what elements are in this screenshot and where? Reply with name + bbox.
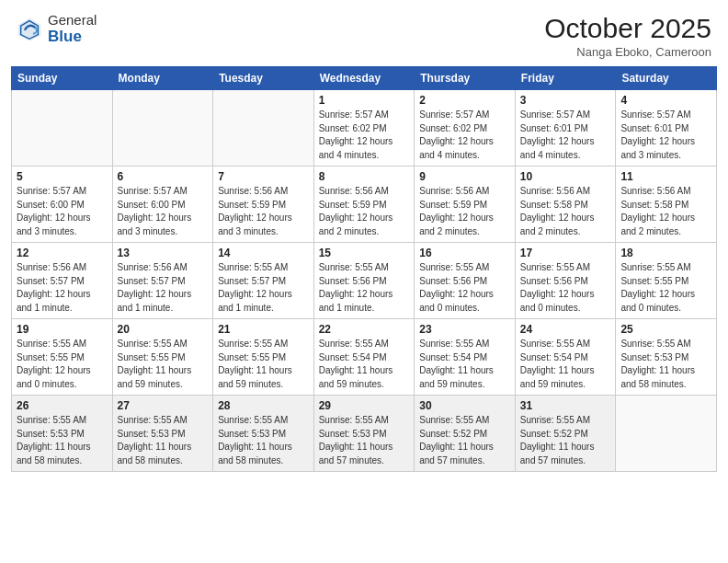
day-number: 19 [17, 323, 108, 336]
table-cell-w0d4: 2Sunrise: 5:57 AM Sunset: 6:02 PM Daylig… [415, 90, 516, 167]
table-cell-w1d0: 5Sunrise: 5:57 AM Sunset: 6:00 PM Daylig… [12, 167, 113, 243]
day-info: Sunrise: 5:56 AM Sunset: 5:59 PM Dayligh… [419, 185, 510, 238]
table-cell-w2d1: 13Sunrise: 5:56 AM Sunset: 5:57 PM Dayli… [112, 243, 213, 319]
day-number: 13 [118, 247, 209, 259]
day-number: 22 [319, 323, 410, 336]
table-cell-w3d4: 23Sunrise: 5:55 AM Sunset: 5:54 PM Dayli… [415, 319, 516, 396]
header-monday: Monday [112, 67, 213, 90]
header-sunday: Sunday [12, 67, 113, 90]
logo-general-text: General [48, 13, 97, 29]
day-number: 27 [118, 399, 209, 412]
day-number: 29 [319, 399, 410, 412]
header-wednesday: Wednesday [313, 67, 415, 90]
table-cell-w0d3: 1Sunrise: 5:57 AM Sunset: 6:02 PM Daylig… [313, 90, 415, 167]
day-info: Sunrise: 5:55 AM Sunset: 5:54 PM Dayligh… [520, 338, 611, 391]
day-number: 18 [620, 247, 711, 259]
day-info: Sunrise: 5:55 AM Sunset: 5:53 PM Dayligh… [319, 414, 410, 467]
table-cell-w2d6: 18Sunrise: 5:55 AM Sunset: 5:55 PM Dayli… [616, 243, 717, 319]
day-info: Sunrise: 5:55 AM Sunset: 5:56 PM Dayligh… [520, 261, 611, 315]
week-row-3: 12Sunrise: 5:56 AM Sunset: 5:57 PM Dayli… [12, 243, 717, 319]
table-cell-w1d6: 11Sunrise: 5:56 AM Sunset: 5:58 PM Dayli… [616, 167, 717, 243]
day-number: 21 [218, 323, 309, 336]
table-cell-w3d5: 24Sunrise: 5:55 AM Sunset: 5:54 PM Dayli… [515, 319, 616, 396]
day-number: 10 [520, 170, 611, 183]
logo: General Blue [17, 13, 97, 45]
day-number: 9 [419, 170, 510, 183]
day-info: Sunrise: 5:55 AM Sunset: 5:52 PM Dayligh… [520, 414, 611, 467]
day-number: 7 [218, 170, 309, 183]
day-info: Sunrise: 5:55 AM Sunset: 5:55 PM Dayligh… [620, 261, 711, 315]
day-number: 25 [620, 323, 711, 336]
table-cell-w4d6 [616, 396, 717, 472]
day-info: Sunrise: 5:56 AM Sunset: 5:59 PM Dayligh… [218, 185, 309, 238]
day-info: Sunrise: 5:55 AM Sunset: 5:55 PM Dayligh… [118, 338, 209, 391]
month-title: October 2025 [544, 13, 711, 43]
table-cell-w3d0: 19Sunrise: 5:55 AM Sunset: 5:55 PM Dayli… [12, 319, 113, 396]
logo-blue-text: Blue [48, 29, 97, 46]
table-cell-w1d1: 6Sunrise: 5:57 AM Sunset: 6:00 PM Daylig… [112, 167, 213, 243]
week-row-4: 19Sunrise: 5:55 AM Sunset: 5:55 PM Dayli… [12, 319, 717, 396]
day-info: Sunrise: 5:56 AM Sunset: 5:57 PM Dayligh… [118, 261, 209, 315]
table-cell-w4d1: 27Sunrise: 5:55 AM Sunset: 5:53 PM Dayli… [112, 396, 213, 472]
day-number: 6 [118, 170, 209, 183]
day-info: Sunrise: 5:55 AM Sunset: 5:53 PM Dayligh… [17, 414, 108, 467]
day-info: Sunrise: 5:55 AM Sunset: 5:53 PM Dayligh… [620, 338, 711, 391]
table-cell-w1d4: 9Sunrise: 5:56 AM Sunset: 5:59 PM Daylig… [415, 167, 516, 243]
title-area: October 2025 Nanga Eboko, Cameroon [544, 13, 711, 59]
calendar-table: Sunday Monday Tuesday Wednesday Thursday… [11, 66, 717, 472]
day-info: Sunrise: 5:55 AM Sunset: 5:54 PM Dayligh… [419, 338, 510, 391]
logo-icon [17, 17, 42, 42]
week-row-5: 26Sunrise: 5:55 AM Sunset: 5:53 PM Dayli… [12, 396, 717, 472]
day-number: 1 [319, 94, 410, 107]
day-number: 28 [218, 399, 309, 412]
day-info: Sunrise: 5:57 AM Sunset: 6:01 PM Dayligh… [620, 109, 711, 162]
day-number: 26 [17, 399, 108, 412]
table-cell-w0d5: 3Sunrise: 5:57 AM Sunset: 6:01 PM Daylig… [515, 90, 616, 167]
day-number: 5 [17, 170, 108, 183]
table-cell-w2d4: 16Sunrise: 5:55 AM Sunset: 5:56 PM Dayli… [415, 243, 516, 319]
day-info: Sunrise: 5:55 AM Sunset: 5:56 PM Dayligh… [319, 261, 410, 315]
day-number: 17 [520, 247, 611, 259]
day-info: Sunrise: 5:55 AM Sunset: 5:54 PM Dayligh… [319, 338, 410, 391]
day-number: 8 [319, 170, 410, 183]
table-cell-w2d5: 17Sunrise: 5:55 AM Sunset: 5:56 PM Dayli… [515, 243, 616, 319]
day-info: Sunrise: 5:57 AM Sunset: 6:02 PM Dayligh… [319, 109, 410, 162]
day-info: Sunrise: 5:56 AM Sunset: 5:57 PM Dayligh… [17, 261, 108, 315]
day-info: Sunrise: 5:55 AM Sunset: 5:53 PM Dayligh… [218, 414, 309, 467]
day-number: 11 [620, 170, 711, 183]
weekday-header-row: Sunday Monday Tuesday Wednesday Thursday… [12, 67, 717, 90]
header-tuesday: Tuesday [213, 67, 314, 90]
table-cell-w0d2 [213, 90, 314, 167]
table-cell-w1d2: 7Sunrise: 5:56 AM Sunset: 5:59 PM Daylig… [213, 167, 314, 243]
page: General Blue October 2025 Nanga Eboko, C… [0, 0, 728, 563]
day-info: Sunrise: 5:57 AM Sunset: 6:01 PM Dayligh… [520, 109, 611, 162]
week-row-1: 1Sunrise: 5:57 AM Sunset: 6:02 PM Daylig… [12, 90, 717, 167]
day-info: Sunrise: 5:57 AM Sunset: 6:00 PM Dayligh… [17, 185, 108, 238]
table-cell-w4d2: 28Sunrise: 5:55 AM Sunset: 5:53 PM Dayli… [213, 396, 314, 472]
day-info: Sunrise: 5:55 AM Sunset: 5:56 PM Dayligh… [419, 261, 510, 315]
week-row-2: 5Sunrise: 5:57 AM Sunset: 6:00 PM Daylig… [12, 167, 717, 243]
table-cell-w3d2: 21Sunrise: 5:55 AM Sunset: 5:55 PM Dayli… [213, 319, 314, 396]
day-number: 3 [520, 94, 611, 107]
day-info: Sunrise: 5:55 AM Sunset: 5:53 PM Dayligh… [118, 414, 209, 467]
day-info: Sunrise: 5:57 AM Sunset: 6:00 PM Dayligh… [118, 185, 209, 238]
table-cell-w2d0: 12Sunrise: 5:56 AM Sunset: 5:57 PM Dayli… [12, 243, 113, 319]
day-number: 16 [419, 247, 510, 259]
table-cell-w1d5: 10Sunrise: 5:56 AM Sunset: 5:58 PM Dayli… [515, 167, 616, 243]
day-info: Sunrise: 5:55 AM Sunset: 5:57 PM Dayligh… [218, 261, 309, 315]
day-number: 24 [520, 323, 611, 336]
table-cell-w4d3: 29Sunrise: 5:55 AM Sunset: 5:53 PM Dayli… [313, 396, 415, 472]
calendar: Sunday Monday Tuesday Wednesday Thursday… [0, 66, 728, 563]
header-saturday: Saturday [616, 67, 717, 90]
table-cell-w4d0: 26Sunrise: 5:55 AM Sunset: 5:53 PM Dayli… [12, 396, 113, 472]
day-info: Sunrise: 5:56 AM Sunset: 5:58 PM Dayligh… [620, 185, 711, 238]
logo-text: General Blue [48, 13, 97, 45]
day-number: 30 [419, 399, 510, 412]
table-cell-w3d6: 25Sunrise: 5:55 AM Sunset: 5:53 PM Dayli… [616, 319, 717, 396]
day-info: Sunrise: 5:55 AM Sunset: 5:55 PM Dayligh… [17, 338, 108, 391]
day-info: Sunrise: 5:57 AM Sunset: 6:02 PM Dayligh… [419, 109, 510, 162]
table-cell-w4d4: 30Sunrise: 5:55 AM Sunset: 5:52 PM Dayli… [415, 396, 516, 472]
table-cell-w0d1 [112, 90, 213, 167]
day-number: 14 [218, 247, 309, 259]
table-cell-w0d6: 4Sunrise: 5:57 AM Sunset: 6:01 PM Daylig… [616, 90, 717, 167]
